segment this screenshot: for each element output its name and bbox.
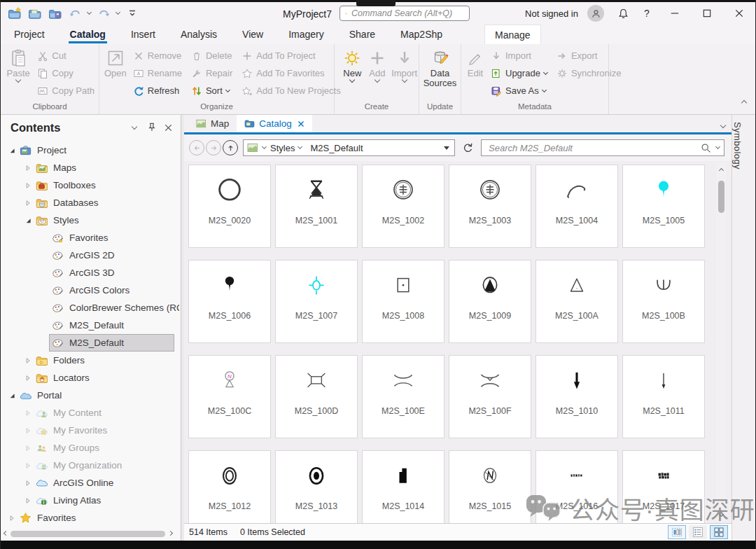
- add-to-new-projects-button[interactable]: Add To New Projects: [239, 82, 343, 99]
- details-view-button[interactable]: [668, 525, 686, 539]
- tree-item-favorites[interactable]: Favorites: [1, 509, 179, 527]
- ribbon-tab-share[interactable]: Share: [349, 25, 375, 44]
- breadcrumb-styles[interactable]: Styles: [266, 143, 306, 153]
- tree-item-content[interactable]: ArcGIS Online: [34, 475, 174, 491]
- scroll-right-arrow-icon[interactable]: [167, 534, 174, 535]
- symbol-card-m2s_100c[interactable]: NM2S_100C: [188, 355, 271, 438]
- tree-item-content[interactable]: Project: [18, 142, 174, 158]
- list-view-button[interactable]: [689, 525, 707, 539]
- tree-item-arcgis-3d[interactable]: ArcGIS 3D: [1, 264, 179, 282]
- tab-catalog[interactable]: Catalog: [237, 115, 312, 132]
- tree-item-my-organization[interactable]: My Organization: [1, 457, 179, 474]
- add-to-favorites-button[interactable]: Add To Favorites: [239, 64, 343, 82]
- tree-item-living-atlas[interactable]: Living Atlas: [1, 492, 179, 509]
- expander-closed-icon[interactable]: [22, 408, 34, 419]
- add-button[interactable]: Add: [367, 47, 388, 102]
- expander-closed-icon[interactable]: [22, 425, 34, 436]
- expander-closed-icon[interactable]: [22, 460, 34, 471]
- tree-item-locators[interactable]: Locators: [1, 369, 179, 387]
- tree-item-content[interactable]: Favorites: [50, 230, 174, 246]
- tree-item-content[interactable]: Maps: [34, 160, 174, 176]
- upgrade-metadata-button[interactable]: Upgrade: [488, 64, 550, 82]
- expander-closed-icon[interactable]: [22, 478, 34, 489]
- vertical-scrollbar[interactable]: [716, 162, 726, 522]
- symbol-card-m2s_1015[interactable]: M2S_1015: [449, 450, 531, 523]
- symbol-card-m2s_100b[interactable]: M2S_100B: [622, 260, 705, 343]
- tree-item-content[interactable]: Styles: [34, 212, 174, 228]
- new-button[interactable]: New: [342, 47, 363, 102]
- symbol-card-m2s_1008[interactable]: M2S_1008: [362, 260, 444, 343]
- tree-item-content[interactable]: ColorBrewer Schemes (RGB): [50, 300, 179, 316]
- account-avatar[interactable]: [587, 5, 604, 22]
- tree-item-arcgis-colors[interactable]: ArcGIS Colors: [1, 282, 179, 299]
- paste-button[interactable]: Paste: [6, 47, 31, 102]
- tree-item-toolboxes[interactable]: Toolboxes: [1, 176, 179, 194]
- symbol-card-m2s_1017[interactable]: M2S_1017: [622, 450, 705, 523]
- panel-menu-chevron-icon[interactable]: [127, 120, 141, 134]
- tree-item-colorbrewer-schemes-rgb-[interactable]: ColorBrewer Schemes (RGB): [1, 299, 179, 317]
- new-project-button[interactable]: [6, 5, 22, 22]
- maximize-button[interactable]: [691, 2, 723, 25]
- save-project-button[interactable]: [47, 5, 62, 22]
- expander-closed-icon[interactable]: [22, 180, 34, 191]
- vertical-scrollbar-thumb[interactable]: [718, 181, 724, 213]
- tree-item-favorites[interactable]: Favorites: [1, 229, 179, 246]
- data-sources-button[interactable]: Data Sources: [421, 47, 459, 102]
- tree-item-databases[interactable]: Databases: [1, 194, 179, 211]
- expander-closed-icon[interactable]: [22, 162, 34, 174]
- tree-item-content[interactable]: My Organization: [34, 457, 174, 473]
- expander-open-icon[interactable]: [6, 145, 18, 156]
- tree-item-content[interactable]: My Content: [34, 405, 174, 421]
- catalog-search-input[interactable]: [489, 143, 696, 153]
- tree-item-content[interactable]: My Favorites: [34, 422, 174, 438]
- search-options-chevron[interactable]: [715, 144, 720, 149]
- location-breadcrumb-combo[interactable]: Styles M2S_Default: [243, 139, 455, 156]
- ribbon-tab-map2shp[interactable]: Map2Shp: [400, 25, 442, 44]
- tree-item-content[interactable]: Locators: [34, 370, 174, 386]
- tree-item-arcgis-online[interactable]: ArcGIS Online: [1, 474, 179, 492]
- tree-item-m2s-default[interactable]: M2S_Default: [1, 317, 179, 334]
- sign-in-status[interactable]: Not signed in: [525, 8, 578, 19]
- tree-item-content[interactable]: ArcGIS 2D: [50, 247, 174, 263]
- tree-item-content[interactable]: Living Atlas: [34, 492, 174, 508]
- tree-item-content[interactable]: Databases: [34, 195, 174, 211]
- scroll-left-arrow-icon[interactable]: [2, 534, 9, 535]
- expander-open-icon[interactable]: [6, 390, 18, 401]
- tree-item-content[interactable]: My Groups: [34, 440, 174, 456]
- tree-item-content[interactable]: Toolboxes: [34, 177, 174, 193]
- symbol-card-m2s_100d[interactable]: M2S_100D: [275, 355, 358, 438]
- ribbon-tab-view[interactable]: View: [242, 25, 263, 44]
- import-metadata-button[interactable]: Import: [488, 47, 550, 64]
- symbol-card-m2s_1003[interactable]: M2S_1003: [449, 165, 531, 248]
- symbol-card-m2s_100a[interactable]: M2S_100A: [536, 260, 618, 343]
- open-button[interactable]: Open: [104, 47, 127, 102]
- scroll-down-arrow-icon[interactable]: [720, 506, 723, 519]
- expander-closed-icon[interactable]: [22, 197, 34, 209]
- tree-item-project[interactable]: Project: [1, 141, 179, 159]
- close-panel-icon[interactable]: [161, 120, 175, 134]
- forward-button[interactable]: [206, 140, 221, 155]
- command-search-box[interactable]: [340, 6, 470, 21]
- add-to-project-button[interactable]: Add To Project: [239, 47, 343, 64]
- sort-button[interactable]: Sort: [188, 82, 235, 99]
- symbol-card-m2s_1006[interactable]: M2S_1006: [188, 260, 271, 343]
- tree-item-my-favorites[interactable]: My Favorites: [1, 422, 179, 439]
- close-button[interactable]: [723, 2, 755, 25]
- symbol-card-m2s_1016[interactable]: M2S_1016: [536, 450, 618, 523]
- expander-closed-icon[interactable]: [6, 513, 18, 524]
- rename-button[interactable]: Rename: [130, 64, 185, 82]
- back-button[interactable]: [189, 140, 204, 155]
- tree-item-content[interactable]: M2S_Default: [50, 335, 174, 351]
- symbol-card-m2s_1009[interactable]: M2S_1009: [449, 260, 531, 343]
- symbol-card-m2s_100e[interactable]: M2S_100E: [362, 355, 444, 438]
- tree-item-portal[interactable]: Portal: [1, 387, 179, 404]
- pane-options-chevron-icon[interactable]: [721, 118, 725, 130]
- symbol-card-m2s_0020[interactable]: M2S_0020: [188, 165, 271, 248]
- scrollbar-thumb[interactable]: [10, 531, 165, 537]
- ribbon-tab-project[interactable]: Project: [14, 25, 45, 44]
- help-button[interactable]: ?: [635, 2, 659, 25]
- symbol-card-m2s_1013[interactable]: M2S_1013: [275, 450, 358, 523]
- expander-closed-icon[interactable]: [22, 495, 34, 506]
- expander-open-icon[interactable]: [22, 215, 34, 226]
- tree-item-content[interactable]: Folders: [34, 352, 174, 368]
